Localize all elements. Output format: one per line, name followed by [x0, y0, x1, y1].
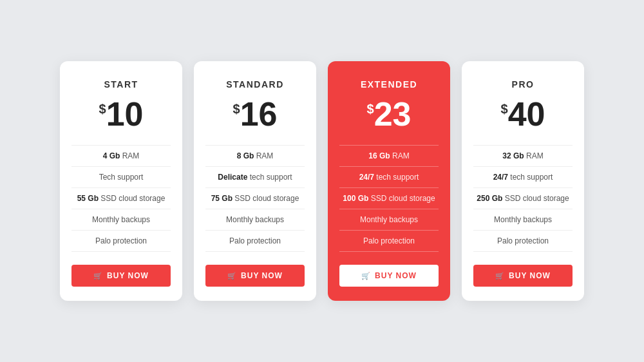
cart-icon: 🛒 — [361, 272, 371, 280]
buy-button-standard[interactable]: 🛒BUY NOW — [205, 265, 305, 287]
feature-item-extended-2: 100 Gb SSD cloud storage — [339, 188, 439, 209]
features-list-start: 4 Gb RAMTech support55 Gb SSD cloud stor… — [71, 145, 171, 252]
features-list-standard: 8 Gb RAMDelicate tech support75 Gb SSD c… — [205, 145, 305, 252]
price-amount-standard: 16 — [240, 97, 278, 131]
price-amount-extended: 23 — [374, 97, 412, 131]
feature-item-pro-3: Monthly backups — [473, 209, 573, 231]
price-amount-start: 10 — [106, 97, 144, 131]
cart-icon: 🛒 — [93, 272, 103, 280]
pricing-card-standard: STANDARD$168 Gb RAMDelicate tech support… — [194, 61, 316, 301]
feature-item-start-0: 4 Gb RAM — [71, 146, 171, 167]
feature-item-pro-2: 250 Gb SSD cloud storage — [473, 188, 573, 209]
price-dollar-standard: $ — [233, 102, 240, 115]
cart-icon: 🛒 — [495, 272, 505, 280]
pricing-card-extended: EXTENDED$2316 Gb RAM24/7 tech support100… — [328, 61, 450, 301]
feature-item-extended-0: 16 Gb RAM — [339, 146, 439, 167]
features-list-extended: 16 Gb RAM24/7 tech support100 Gb SSD clo… — [339, 145, 439, 252]
feature-item-extended-1: 24/7 tech support — [339, 167, 439, 188]
price-container-extended: $23 — [367, 97, 412, 131]
buy-button-label-pro: BUY NOW — [509, 271, 551, 280]
feature-item-extended-3: Monthly backups — [339, 209, 439, 231]
feature-item-standard-1: Delicate tech support — [205, 167, 305, 188]
price-dollar-pro: $ — [501, 102, 508, 115]
feature-item-pro-1: 24/7 tech support — [473, 167, 573, 188]
price-container-start: $10 — [99, 97, 144, 131]
feature-item-pro-4: Palo protection — [473, 231, 573, 252]
price-amount-pro: 40 — [508, 97, 545, 131]
buy-button-label-extended: BUY NOW — [375, 271, 417, 280]
plan-name-pro: PRO — [512, 79, 535, 90]
buy-button-label-standard: BUY NOW — [241, 271, 283, 280]
buy-button-label-start: BUY NOW — [107, 271, 149, 280]
feature-item-standard-4: Palo protection — [205, 231, 305, 252]
feature-item-extended-4: Palo protection — [339, 231, 439, 252]
buy-button-pro[interactable]: 🛒BUY NOW — [473, 265, 573, 287]
feature-item-standard-3: Monthly backups — [205, 209, 305, 231]
feature-item-pro-0: 32 Gb RAM — [473, 146, 573, 167]
feature-item-start-4: Palo protection — [71, 231, 171, 252]
feature-item-start-1: Tech support — [71, 167, 171, 188]
cart-icon: 🛒 — [227, 272, 237, 280]
buy-button-start[interactable]: 🛒BUY NOW — [71, 265, 171, 287]
pricing-card-pro: PRO$4032 Gb RAM24/7 tech support250 Gb S… — [462, 61, 584, 301]
pricing-container: START$104 Gb RAMTech support55 Gb SSD cl… — [47, 48, 597, 314]
price-container-pro: $40 — [501, 97, 545, 131]
pricing-card-start: START$104 Gb RAMTech support55 Gb SSD cl… — [60, 61, 182, 301]
price-container-standard: $16 — [233, 97, 278, 131]
feature-item-standard-2: 75 Gb SSD cloud storage — [205, 188, 305, 209]
plan-name-extended: EXTENDED — [361, 79, 417, 90]
features-list-pro: 32 Gb RAM24/7 tech support250 Gb SSD clo… — [473, 145, 573, 252]
feature-item-start-3: Monthly backups — [71, 209, 171, 231]
buy-button-extended[interactable]: 🛒BUY NOW — [339, 265, 439, 287]
feature-item-start-2: 55 Gb SSD cloud storage — [71, 188, 171, 209]
plan-name-start: START — [104, 79, 138, 90]
feature-item-standard-0: 8 Gb RAM — [205, 146, 305, 167]
price-dollar-start: $ — [99, 102, 106, 115]
plan-name-standard: STANDARD — [226, 79, 284, 90]
price-dollar-extended: $ — [367, 102, 374, 115]
